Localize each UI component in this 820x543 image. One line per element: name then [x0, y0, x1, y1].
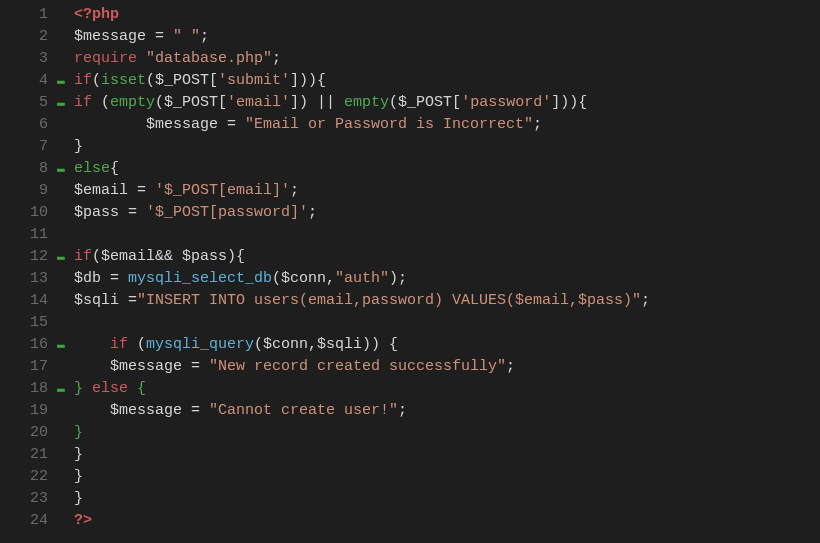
line-number: 5 [0, 92, 54, 114]
token-brace: { [137, 380, 146, 397]
line-number: 11 [0, 224, 54, 246]
code-line[interactable]: 17 $message = "New record created succes… [0, 356, 820, 378]
code-line[interactable]: 3require "database.php"; [0, 48, 820, 70]
line-number: 13 [0, 268, 54, 290]
code-line[interactable]: 9$email = '$_POST[email]'; [0, 180, 820, 202]
token-var: $pass = [74, 204, 146, 221]
code-line[interactable]: 1<?php [0, 4, 820, 26]
token-punc: ($conn, [272, 270, 335, 287]
code-content[interactable]: } [68, 422, 820, 444]
token-kw2: empty [110, 94, 155, 111]
token-phptag: <?php [74, 6, 119, 23]
fold-marker-icon[interactable]: ▬ [54, 378, 68, 400]
code-editor[interactable]: 1<?php2$message = " ";3require "database… [0, 0, 820, 532]
line-number: 23 [0, 488, 54, 510]
line-number: 17 [0, 356, 54, 378]
code-line[interactable]: 23} [0, 488, 820, 510]
token-str: '$_POST[password]' [146, 204, 308, 221]
token-punc: ; [506, 358, 515, 375]
code-content[interactable]: $pass = '$_POST[password]'; [68, 202, 820, 224]
code-content[interactable]: if($email&& $pass){ [68, 246, 820, 268]
token-punc: } [74, 138, 83, 155]
token-kw2: else [74, 160, 110, 177]
code-content[interactable]: } else { [68, 378, 820, 400]
token-punc: ( [92, 94, 110, 111]
token-var: $db = [74, 270, 128, 287]
token-var: $message = [74, 402, 209, 419]
line-number: 9 [0, 180, 54, 202]
code-line[interactable]: 21} [0, 444, 820, 466]
fold-marker-icon[interactable]: ▬ [54, 334, 68, 356]
code-line[interactable]: 14$sqli ="INSERT INTO users(email,passwo… [0, 290, 820, 312]
code-line[interactable]: 18▬} else { [0, 378, 820, 400]
token-punc: ; [641, 292, 650, 309]
code-line[interactable]: 24?> [0, 510, 820, 532]
token-var: $email = [74, 182, 155, 199]
code-content[interactable]: $message = "Cannot create user!"; [68, 400, 820, 422]
code-line[interactable]: 20} [0, 422, 820, 444]
code-content[interactable]: $message = "New record created successfu… [68, 356, 820, 378]
token-str: "database.php" [146, 50, 272, 67]
token-punc: = [146, 28, 173, 45]
token-str: "Email or Password is Incorrect" [245, 116, 533, 133]
code-content[interactable]: if (mysqli_query($conn,$sqli)) { [68, 334, 820, 356]
token-punc: ])){ [290, 72, 326, 89]
code-line[interactable]: 6 $message = "Email or Password is Incor… [0, 114, 820, 136]
code-line[interactable]: 12▬if($email&& $pass){ [0, 246, 820, 268]
token-punc: } [74, 490, 83, 507]
code-line[interactable]: 7} [0, 136, 820, 158]
code-line[interactable]: 2$message = " "; [0, 26, 820, 48]
code-line[interactable]: 16▬ if (mysqli_query($conn,$sqli)) { [0, 334, 820, 356]
token-var: $message = [74, 358, 209, 375]
code-line[interactable]: 13$db = mysqli_select_db($conn,"auth"); [0, 268, 820, 290]
token-var: $sqli = [74, 292, 137, 309]
token-func: mysqli_query [146, 336, 254, 353]
token-punc: ; [200, 28, 209, 45]
token-str: '$_POST[email]' [155, 182, 290, 199]
code-content[interactable]: $message = " "; [68, 26, 820, 48]
code-line[interactable]: 5▬if (empty($_POST['email']) || empty($_… [0, 92, 820, 114]
line-number: 19 [0, 400, 54, 422]
code-line[interactable]: 4▬if(isset($_POST['submit'])){ [0, 70, 820, 92]
token-punc: ; [290, 182, 299, 199]
code-content[interactable]: } [68, 444, 820, 466]
code-content[interactable]: else{ [68, 158, 820, 180]
line-number: 12 [0, 246, 54, 268]
code-line[interactable]: 11 [0, 224, 820, 246]
code-line[interactable]: 15 [0, 312, 820, 334]
token-punc: { [110, 160, 119, 177]
code-content[interactable]: $db = mysqli_select_db($conn,"auth"); [68, 268, 820, 290]
code-content[interactable]: } [68, 488, 820, 510]
token-punc: ]) || [290, 94, 344, 111]
line-number: 1 [0, 4, 54, 26]
code-content[interactable]: if (empty($_POST['email']) || empty($_PO… [68, 92, 820, 114]
code-line[interactable]: 22} [0, 466, 820, 488]
code-content[interactable]: $message = "Email or Password is Incorre… [68, 114, 820, 136]
code-content[interactable]: if(isset($_POST['submit'])){ [68, 70, 820, 92]
code-content[interactable]: $email = '$_POST[email]'; [68, 180, 820, 202]
fold-marker-icon[interactable]: ▬ [54, 92, 68, 114]
code-content[interactable]: ?> [68, 510, 820, 532]
token-brace: } [74, 424, 83, 441]
code-content[interactable]: <?php [68, 4, 820, 26]
fold-marker-icon[interactable]: ▬ [54, 158, 68, 180]
line-number: 24 [0, 510, 54, 532]
code-line[interactable]: 10$pass = '$_POST[password]'; [0, 202, 820, 224]
code-line[interactable]: 19 $message = "Cannot create user!"; [0, 400, 820, 422]
code-content[interactable]: require "database.php"; [68, 48, 820, 70]
line-number: 2 [0, 26, 54, 48]
line-number: 8 [0, 158, 54, 180]
fold-marker-icon[interactable]: ▬ [54, 246, 68, 268]
token-punc [128, 380, 137, 397]
line-number: 15 [0, 312, 54, 334]
token-str: 'submit' [218, 72, 290, 89]
token-kw2: isset [101, 72, 146, 89]
token-kw: if [74, 72, 92, 89]
fold-marker-icon[interactable]: ▬ [54, 70, 68, 92]
code-line[interactable]: 8▬else{ [0, 158, 820, 180]
code-content[interactable]: $sqli ="INSERT INTO users(email,password… [68, 290, 820, 312]
token-str: " " [173, 28, 200, 45]
token-punc [74, 336, 110, 353]
code-content[interactable]: } [68, 466, 820, 488]
code-content[interactable]: } [68, 136, 820, 158]
